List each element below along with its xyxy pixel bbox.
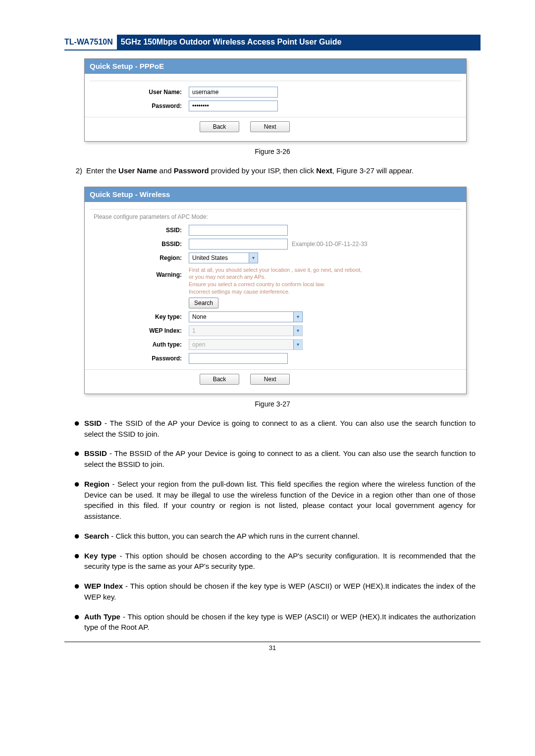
- bullet-icon: ●: [69, 551, 84, 572]
- bssid-example: Example:00-1D-0F-11-22-33: [292, 241, 368, 248]
- model-number: TL-WA7510N: [64, 35, 117, 50]
- field-descriptions: ●SSID - The SSID of the AP your Device i…: [69, 418, 476, 633]
- user-name-label: User Name:: [85, 89, 189, 96]
- bssid-input[interactable]: [189, 239, 288, 250]
- wireless-password-input[interactable]: [189, 353, 288, 364]
- password-input[interactable]: [189, 101, 278, 111]
- key-type-label: Key type:: [85, 313, 189, 320]
- figure-3-27-caption: Figure 3-27: [64, 400, 481, 408]
- wep-index-label: WEP Index:: [85, 327, 189, 334]
- chevron-down-icon: ▾: [293, 312, 302, 322]
- password-label: Password:: [85, 102, 189, 109]
- wireless-password-label: Password:: [85, 355, 189, 362]
- figure-3-27-screenshot: Quick Setup - Wireless Please configure …: [84, 187, 467, 394]
- apc-intro: Please configure parameters of APC Mode:: [85, 213, 466, 223]
- auth-type-label: Auth type:: [85, 341, 189, 348]
- auth-type-select[interactable]: open ▾: [189, 339, 303, 350]
- warning-text: First at all, you should select your loc…: [189, 266, 466, 296]
- next-button[interactable]: Next: [250, 121, 290, 132]
- wep-index-select[interactable]: 1 ▾: [189, 325, 303, 336]
- figure-3-26-screenshot: Quick Setup - PPPoE User Name: Password:…: [84, 58, 467, 142]
- back-button[interactable]: Back: [200, 121, 239, 132]
- panel-title-wireless: Quick Setup - Wireless: [85, 187, 466, 202]
- back-button[interactable]: Back: [200, 374, 239, 385]
- ssid-label: SSID:: [85, 227, 189, 234]
- bullet-icon: ●: [69, 581, 84, 603]
- chevron-down-icon: ▾: [293, 340, 302, 350]
- panel-title-pppoe: Quick Setup - PPPoE: [85, 59, 466, 74]
- search-button[interactable]: Search: [189, 298, 218, 308]
- warning-label: Warning:: [85, 266, 189, 278]
- region-label: Region:: [85, 254, 189, 261]
- next-button[interactable]: Next: [250, 374, 290, 385]
- bssid-label: BSSID:: [85, 241, 189, 248]
- doc-title: 5GHz 150Mbps Outdoor Wireless Access Poi…: [117, 35, 481, 50]
- user-name-input[interactable]: [189, 87, 278, 98]
- bullet-icon: ●: [69, 531, 84, 542]
- region-select[interactable]: United States ▾: [189, 252, 258, 263]
- bullet-icon: ●: [69, 418, 84, 440]
- chevron-down-icon: ▾: [249, 253, 258, 263]
- ssid-input[interactable]: [189, 225, 288, 236]
- bullet-icon: ●: [69, 611, 84, 633]
- key-type-select[interactable]: None ▾: [189, 311, 303, 322]
- page-number-footer: 31: [64, 642, 481, 652]
- bullet-icon: ●: [69, 479, 84, 522]
- chevron-down-icon: ▾: [293, 326, 302, 336]
- figure-3-26-caption: Figure 3-26: [64, 148, 481, 155]
- step-2-paragraph: 2) Enter the User Name and Password prov…: [72, 165, 476, 177]
- bullet-icon: ●: [69, 448, 84, 470]
- doc-header: TL-WA7510N 5GHz 150Mbps Outdoor Wireless…: [64, 35, 481, 50]
